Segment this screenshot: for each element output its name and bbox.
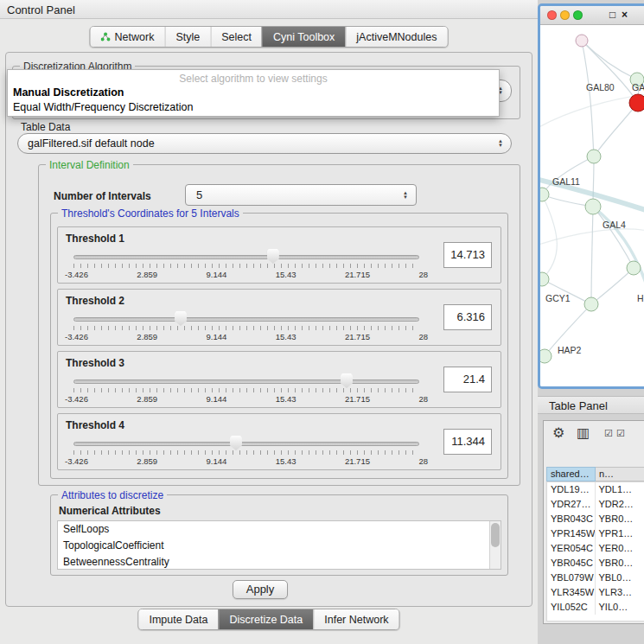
dropdown-option-manual-discretization[interactable]: Manual Discretization — [8, 86, 499, 100]
table-row[interactable]: YIL052C YIL0… — [547, 600, 644, 615]
table-row[interactable]: YBL079W YBL0… — [547, 571, 644, 585]
threshold-4-value-field[interactable]: 11.344 — [443, 429, 492, 455]
table-row[interactable]: YDR27… YDR2… — [547, 497, 644, 512]
tab-style[interactable]: Style — [164, 27, 210, 47]
list-item[interactable]: TopologicalCoefficient — [58, 538, 501, 554]
minimize-traffic-light[interactable] — [560, 10, 570, 20]
threshold-2-slider[interactable]: -3.426 2.859 9.144 15.43 21.715 28 — [73, 314, 419, 343]
network-view-window: □ × — [538, 3, 644, 389]
network-node[interactable] — [627, 261, 641, 275]
threshold-label: Threshold 3 — [66, 357, 124, 369]
spinner-arrows-icon[interactable]: ▲ ▼ — [403, 191, 416, 200]
table-row[interactable]: YPR145W YPR1… — [547, 526, 644, 541]
cell[interactable]: YBR0… — [596, 556, 644, 571]
cell[interactable]: YDL19… — [547, 482, 596, 497]
network-node[interactable] — [540, 349, 552, 363]
cell[interactable]: YBR043C — [547, 512, 596, 526]
network-node[interactable] — [585, 199, 601, 214]
tab-infer-network[interactable]: Infer Network — [313, 609, 399, 629]
threshold-3-slider[interactable]: -3.426 2.859 9.144 15.43 21.715 28 — [73, 376, 419, 405]
cell[interactable]: YBL079W — [547, 571, 596, 585]
network-canvas[interactable]: GAL80 GA GAL11 GAL4 GCY1 H HAP2 — [540, 25, 644, 386]
slider-track[interactable] — [73, 442, 419, 446]
slider-thumb[interactable] — [267, 249, 279, 264]
slider-thumb[interactable] — [175, 311, 187, 326]
cell[interactable]: YIL0… — [596, 600, 644, 615]
slider-thumb[interactable] — [341, 373, 353, 388]
threshold-3-value-field[interactable]: 21.4 — [443, 367, 492, 392]
dropdown-option-equal-width-frequency[interactable]: Equal Width/Frequency Discretization — [8, 100, 499, 115]
columns-icon[interactable]: ▥ — [577, 424, 590, 441]
network-node[interactable] — [587, 150, 601, 163]
list-item[interactable]: BetweennessCentrality — [58, 554, 501, 570]
scrollbar-thumb[interactable] — [491, 523, 500, 547]
network-node[interactable] — [584, 297, 598, 311]
slider-track[interactable] — [73, 379, 419, 384]
select-all-checkbox-icon[interactable]: ☑ — [604, 428, 613, 439]
numerical-attributes-list[interactable]: SelfLoops TopologicalCoefficient Between… — [57, 520, 501, 570]
cell[interactable]: YER054C — [547, 541, 596, 556]
number-of-intervals-spinner[interactable]: 5 ▲ ▼ — [185, 184, 417, 206]
node-label: GAL80 — [586, 82, 615, 92]
cell[interactable]: YPR145W — [547, 526, 596, 541]
apply-button[interactable]: Apply — [233, 580, 288, 599]
network-node-selected[interactable] — [629, 94, 644, 112]
cell[interactable]: YPR1… — [596, 526, 644, 541]
scale-label: 15.43 — [276, 332, 296, 341]
cell[interactable]: YIL052C — [547, 600, 596, 615]
tab-jactivemnodules[interactable]: jActiveMNodules — [345, 27, 447, 47]
tab-network[interactable]: Network — [91, 27, 165, 47]
cell[interactable]: YBL0… — [596, 571, 644, 585]
column-header-name[interactable]: n… — [596, 467, 644, 481]
table-data-combo[interactable]: galFiltered.sif default node ▲ ▼ — [17, 133, 512, 154]
gear-icon[interactable]: ⚙ — [552, 424, 564, 441]
table-row[interactable]: YBR045C YBR0… — [547, 556, 644, 571]
tab-select[interactable]: Select — [210, 27, 262, 47]
scale-label: 21.715 — [345, 456, 370, 466]
threshold-1-slider[interactable]: -3.426 2.859 9.144 15.43 21.715 28 — [73, 252, 419, 281]
threshold-label: Threshold 4 — [66, 419, 124, 431]
arrow-down-icon[interactable]: ▼ — [403, 195, 408, 200]
close-window-icon[interactable]: × — [622, 9, 628, 21]
close-traffic-light[interactable] — [547, 10, 557, 20]
scale-label: 9.144 — [207, 394, 227, 404]
scale-label: -3.426 — [65, 270, 88, 279]
network-window-titlebar[interactable]: □ × — [540, 6, 644, 25]
list-item[interactable]: SelfLoops — [58, 521, 501, 538]
table-row[interactable]: YER054C YER0… — [547, 541, 644, 556]
threshold-4-slider[interactable]: -3.426 2.859 9.144 15.43 21.715 28 — [73, 438, 419, 468]
network-node[interactable] — [576, 35, 588, 47]
slider-thumb[interactable] — [230, 436, 242, 450]
network-node[interactable] — [540, 272, 549, 286]
tab-label: Infer Network — [324, 614, 388, 626]
slider-track[interactable] — [73, 317, 419, 322]
table-row[interactable]: YDL19… YDL1… — [547, 482, 644, 497]
scale-label: -3.426 — [65, 456, 88, 466]
cell[interactable]: YBR045C — [547, 556, 596, 571]
tab-discretize-data[interactable]: Discretize Data — [219, 609, 314, 629]
cell[interactable]: YBR0… — [596, 512, 644, 526]
select-none-checkbox-icon[interactable]: ☑ — [616, 428, 625, 439]
threshold-2-value-field[interactable]: 6.316 — [443, 304, 492, 330]
cell[interactable]: YDR2… — [596, 497, 644, 512]
cell[interactable]: YER0… — [596, 541, 644, 556]
group-title: Interval Definition — [46, 160, 133, 170]
cell[interactable]: YDL1… — [596, 482, 644, 497]
table-row[interactable]: YLR345W YLR3… — [547, 585, 644, 600]
float-window-icon[interactable]: □ — [609, 9, 615, 21]
cell[interactable]: YLR345W — [547, 585, 596, 600]
arrow-down-icon: ▼ — [498, 143, 503, 148]
scale-label: 2.859 — [137, 332, 157, 341]
zoom-traffic-light[interactable] — [573, 10, 583, 20]
tab-impute-data[interactable]: Impute Data — [138, 609, 218, 629]
tab-cyni-toolbox[interactable]: Cyni Toolbox — [262, 27, 345, 47]
network-node[interactable] — [540, 188, 549, 201]
cell[interactable]: YLR3… — [596, 585, 644, 600]
slider-ticks — [73, 450, 419, 455]
list-scrollbar[interactable] — [489, 521, 501, 569]
threshold-1-value-field[interactable]: 14.713 — [443, 242, 492, 268]
column-header-shared-name[interactable]: shared… — [546, 467, 596, 481]
cell[interactable]: YDR27… — [547, 497, 596, 512]
slider-track[interactable] — [73, 255, 419, 259]
table-row[interactable]: YBR043C YBR0… — [547, 512, 644, 526]
